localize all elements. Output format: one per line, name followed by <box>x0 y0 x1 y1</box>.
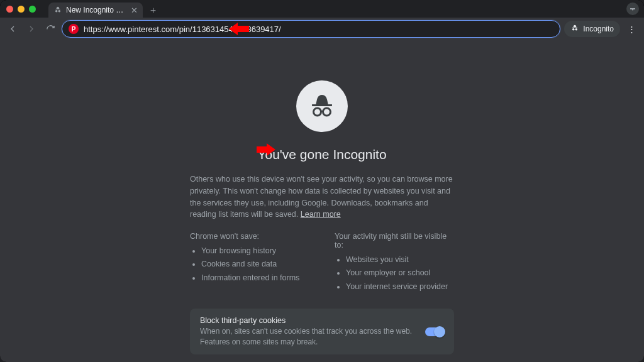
list-item: Information entered in forms <box>201 272 309 285</box>
tab-close-icon[interactable]: ✕ <box>131 6 138 14</box>
svg-rect-1 <box>312 104 332 106</box>
pinterest-icon: P <box>69 24 79 34</box>
tab-incognito[interactable]: New Incognito Tab ✕ <box>48 3 143 18</box>
window-traffic-lights <box>6 6 36 13</box>
block-cookies-card: Block third-party cookies When on, sites… <box>190 309 454 355</box>
window-minimize-button[interactable] <box>18 6 25 13</box>
incognito-chip-label: Incognito <box>583 25 614 33</box>
url-input[interactable] <box>84 25 553 34</box>
list-item: Websites you visit <box>346 253 454 266</box>
column-wont-save: Chrome won't save: Your browsing history… <box>190 232 309 293</box>
column-head: Your activity might still be visible to: <box>335 232 454 250</box>
window-titlebar: New Incognito Tab ✕ ＋ <box>0 0 644 18</box>
column-head: Chrome won't save: <box>190 232 309 241</box>
page-headline: You've gone Incognito <box>257 147 386 162</box>
info-columns: Chrome won't save: Your browsing history… <box>190 232 454 293</box>
new-tab-button[interactable]: ＋ <box>147 4 159 16</box>
nav-back-button[interactable] <box>5 21 20 36</box>
page-content: You've gone Incognito Others who use thi… <box>0 40 644 362</box>
address-bar[interactable]: P <box>62 20 560 38</box>
browser-toolbar: P Incognito ⋮ <box>0 18 644 40</box>
window-expand-button[interactable] <box>626 3 639 15</box>
incognito-icon <box>53 6 62 14</box>
list-item: Your employer or school <box>346 266 454 280</box>
list-item: Your browsing history <box>201 244 309 258</box>
tab-strip: New Incognito Tab ✕ ＋ <box>48 0 159 18</box>
list-item: Your internet service provider <box>346 280 454 293</box>
tab-title: New Incognito Tab <box>66 6 127 14</box>
annotation-arrow-headline <box>257 143 275 156</box>
cookie-card-description: When on, sites can't use cookies that tr… <box>200 326 415 348</box>
svg-point-2 <box>314 108 321 116</box>
nav-reload-button[interactable] <box>43 21 58 36</box>
incognito-icon <box>570 24 579 35</box>
window-close-button[interactable] <box>6 6 13 13</box>
column-visible-to: Your activity might still be visible to:… <box>335 232 454 293</box>
nav-forward-button[interactable] <box>24 21 39 36</box>
list-item: Cookies and site data <box>201 258 309 271</box>
svg-point-3 <box>323 108 331 116</box>
cookie-card-title: Block third-party cookies <box>200 316 415 325</box>
browser-menu-button[interactable]: ⋮ <box>624 21 639 36</box>
annotation-arrow-url <box>229 23 249 35</box>
incognito-indicator-chip[interactable]: Incognito <box>564 21 620 37</box>
block-cookies-toggle[interactable] <box>425 327 444 336</box>
window-zoom-button[interactable] <box>29 6 36 13</box>
incognito-hero-icon <box>296 80 348 132</box>
learn-more-link[interactable]: Learn more <box>301 210 341 219</box>
page-description: Others who use this device won't see you… <box>190 173 454 221</box>
